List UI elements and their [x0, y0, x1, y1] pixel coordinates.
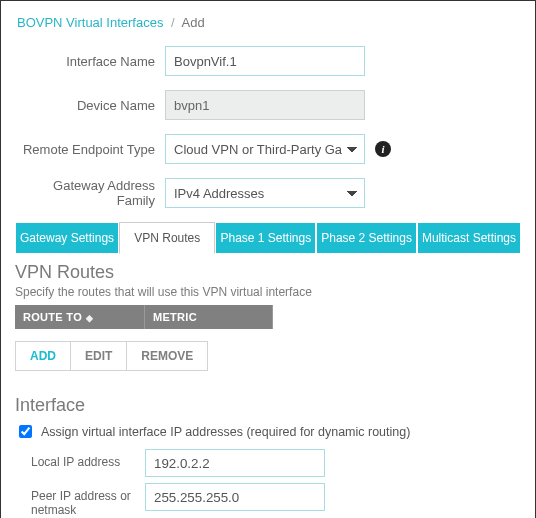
remote-endpoint-label: Remote Endpoint Type: [15, 142, 165, 157]
breadcrumb-separator: /: [171, 15, 175, 30]
tab-phase1-settings[interactable]: Phase 1 Settings: [215, 222, 316, 254]
remove-button[interactable]: REMOVE: [127, 342, 207, 370]
tab-phase2-settings[interactable]: Phase 2 Settings: [316, 222, 417, 254]
local-ip-label: Local IP address: [15, 449, 145, 469]
assign-ip-label: Assign virtual interface IP addresses (r…: [41, 425, 410, 439]
interface-name-input[interactable]: [165, 46, 365, 76]
add-button[interactable]: ADD: [16, 342, 71, 370]
device-name-label: Device Name: [15, 98, 165, 113]
local-ip-input[interactable]: [145, 449, 325, 477]
device-name-input: [165, 90, 365, 120]
breadcrumb: BOVPN Virtual Interfaces / Add: [15, 11, 521, 40]
routes-table-header: ROUTE TO◆ METRIC: [15, 305, 521, 329]
peer-ip-label: Peer IP address or netmask: [15, 483, 145, 517]
gateway-family-label: Gateway Address Family: [15, 178, 165, 208]
gateway-family-select[interactable]: IPv4 Addresses: [165, 178, 365, 208]
peer-ip-input[interactable]: [145, 483, 325, 511]
remote-endpoint-select[interactable]: Cloud VPN or Third-Party Gateway: [165, 134, 365, 164]
tab-multicast-settings[interactable]: Multicast Settings: [417, 222, 521, 254]
vpn-routes-subtitle: Specify the routes that will use this VP…: [15, 285, 521, 299]
tab-gateway-settings[interactable]: Gateway Settings: [15, 222, 119, 254]
tab-bar: Gateway Settings VPN Routes Phase 1 Sett…: [15, 222, 521, 254]
vpn-routes-title: VPN Routes: [15, 262, 521, 283]
tab-vpn-routes[interactable]: VPN Routes: [119, 222, 215, 254]
sort-icon: ◆: [86, 313, 93, 323]
interface-title: Interface: [15, 395, 521, 416]
column-metric[interactable]: METRIC: [145, 305, 273, 329]
routes-action-buttons: ADD EDIT REMOVE: [15, 341, 208, 371]
assign-ip-checkbox[interactable]: [19, 425, 32, 438]
breadcrumb-current: Add: [182, 15, 205, 30]
breadcrumb-parent-link[interactable]: BOVPN Virtual Interfaces: [17, 15, 163, 30]
info-icon[interactable]: i: [375, 141, 391, 157]
interface-name-label: Interface Name: [15, 54, 165, 69]
edit-button[interactable]: EDIT: [71, 342, 127, 370]
column-route-to[interactable]: ROUTE TO◆: [15, 305, 145, 329]
